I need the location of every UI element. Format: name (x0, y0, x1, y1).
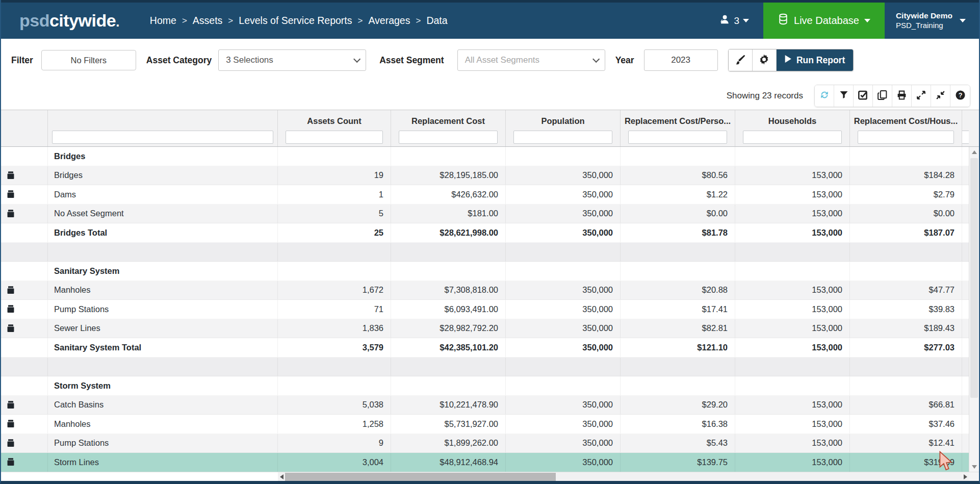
table-row-data-no-asset-segment[interactable]: No Asset Segment5$181.00350,000$0.00153,… (1, 205, 969, 224)
cell-rc_household: $187.07 (850, 223, 962, 242)
households-filter-input[interactable] (743, 131, 842, 144)
clipped-cell (962, 376, 969, 395)
cell-households (735, 147, 850, 166)
asset-box-icon[interactable] (1, 396, 48, 415)
table-row-group-bridges[interactable]: Bridges (1, 147, 969, 166)
vertical-scrollbar-thumb[interactable] (970, 158, 978, 398)
name-filter-input[interactable] (52, 131, 273, 144)
table-header-labels: Assets CountReplacement CostPopulationRe… (1, 110, 969, 128)
cell-population (506, 243, 621, 262)
asset-segment-select[interactable]: All Asset Segments (457, 49, 605, 71)
column-header-households[interactable]: Households (735, 110, 850, 128)
cell-assets_count: 1,672 (278, 281, 391, 300)
clipped-cell (962, 262, 969, 281)
run-report-button[interactable]: Run Report (777, 49, 853, 71)
row-name: Manholes (48, 415, 278, 434)
table-header-filters (1, 128, 969, 146)
column-header-replacement_cost[interactable]: Replacement Cost (391, 110, 506, 128)
expand-button[interactable] (912, 85, 931, 107)
assets_count-filter-input[interactable] (286, 131, 383, 144)
table-toolbar: ? (814, 85, 970, 107)
table-row-group-storm-system[interactable]: Storm System (1, 376, 969, 396)
table-row-data-manholes[interactable]: Manholes1,258$5,731,927.00350,000$16.381… (1, 415, 969, 434)
asset-box-icon[interactable] (1, 205, 48, 223)
row-name: Dams (48, 185, 278, 204)
asset-segment-label: Asset Segment (379, 55, 444, 66)
asset-category-select[interactable]: 3 Selections (218, 49, 366, 71)
table-row-data-bridges[interactable]: Bridges19$28,195,185.00350,000$80.56153,… (1, 166, 969, 186)
cell-rc_person: $139.75 (621, 453, 735, 472)
filter-button[interactable] (834, 85, 854, 107)
clipped-filter-input[interactable] (962, 131, 969, 144)
cell-replacement_cost (391, 262, 506, 281)
year-input[interactable] (644, 49, 718, 71)
breadcrumb-item-averages[interactable]: Averages (368, 15, 410, 27)
asset-box-icon[interactable] (1, 281, 48, 300)
cell-rc_person (621, 376, 735, 395)
breadcrumb-item-data[interactable]: Data (426, 15, 447, 27)
asset-box-icon[interactable] (1, 319, 48, 338)
asset-box-icon[interactable] (1, 166, 48, 185)
scroll-right-arrow[interactable] (962, 472, 969, 481)
table-row-data-pump-stations[interactable]: Pump Stations71$6,093,491.00350,000$17.4… (1, 300, 969, 319)
filter-cell-rc_person (621, 128, 735, 146)
population-filter-input[interactable] (513, 131, 612, 144)
help-button[interactable]: ? (950, 85, 970, 107)
horizontal-scrollbar-thumb[interactable] (285, 473, 556, 481)
table-row-data-catch-basins[interactable]: Catch Basins5,038$10,221,478.90350,000$2… (1, 396, 969, 415)
table-row-data-manholes[interactable]: Manholes1,672$7,308,818.00350,000$20.881… (1, 281, 969, 300)
collapse-button[interactable] (931, 85, 950, 107)
cell-population: 350,000 (506, 434, 621, 453)
copy-button[interactable] (873, 85, 892, 107)
table-row-total-sanitary-system-total[interactable]: Sanitary System Total3,579$42,385,101.20… (1, 338, 969, 358)
filter-cell-population (506, 128, 621, 146)
breadcrumb-item-home[interactable]: Home (150, 15, 176, 27)
cell-rc_household (850, 147, 962, 166)
column-header-assets_count[interactable]: Assets Count (278, 110, 391, 128)
rc_household-filter-input[interactable] (858, 131, 954, 144)
scroll-left-arrow[interactable] (278, 472, 285, 481)
scroll-down-arrow[interactable] (969, 462, 979, 472)
table-row-data-sewer-lines[interactable]: Sewer Lines1,836$28,982,792.20350,000$82… (1, 319, 969, 339)
clipped-cell (962, 243, 969, 262)
filter-icon (839, 90, 849, 101)
table-row-total-bridges-total[interactable]: Bridges Total25$28,621,998.00350,000$81.… (1, 223, 969, 243)
clipped-cell (962, 396, 969, 415)
column-header-rc_person[interactable]: Replacement Cost/Perso... (621, 110, 735, 128)
column-header-rc_household[interactable]: Replacement Cost/Hous... (850, 110, 962, 128)
style-brush-button[interactable] (729, 49, 753, 71)
cell-households: 153,000 (735, 396, 850, 415)
print-button[interactable] (892, 85, 912, 107)
user-menu[interactable]: 3 (719, 14, 749, 28)
clipped-cell (962, 300, 969, 319)
table-row-data-storm-lines[interactable]: Storm Lines3,004$48,912,468.94350,000$13… (1, 453, 969, 472)
table-row-data-dams[interactable]: Dams1$426,632.00350,000$1.22153,000$2.79 (1, 185, 969, 205)
asset-box-icon[interactable] (1, 300, 48, 319)
account-menu[interactable]: Citywide Demo PSD_Training (885, 3, 979, 39)
cell-replacement_cost: $181.00 (391, 205, 506, 223)
cell-households: 153,000 (735, 166, 850, 185)
vertical-scrollbar[interactable] (969, 147, 979, 472)
asset-box-icon[interactable] (1, 185, 48, 204)
breadcrumb-item-assets[interactable]: Assets (193, 15, 223, 27)
rc_person-filter-input[interactable] (628, 131, 727, 144)
live-database-button[interactable]: Live Database (763, 3, 885, 39)
live-database-label: Live Database (794, 15, 859, 27)
settings-gear-button[interactable] (753, 49, 777, 71)
table-row-data-pump-stations[interactable]: Pump Stations9$1,899,262.00350,000$5.431… (1, 434, 969, 453)
select-check-button[interactable] (854, 85, 873, 107)
asset-box-icon[interactable] (1, 434, 48, 453)
scroll-up-arrow[interactable] (969, 147, 979, 157)
table-header: Assets CountReplacement CostPopulationRe… (1, 110, 979, 147)
asset-box-icon[interactable] (1, 415, 48, 434)
asset-box-icon[interactable] (1, 453, 48, 472)
breadcrumb-item-levels-of-service-reports[interactable]: Levels of Service Reports (239, 15, 352, 27)
horizontal-scrollbar[interactable] (278, 472, 969, 481)
row-name: Sanitary System (48, 262, 278, 281)
replacement_cost-filter-input[interactable] (399, 131, 498, 144)
refresh-button[interactable] (815, 85, 834, 107)
no-filters-button[interactable]: No Filters (41, 50, 136, 70)
column-header-population[interactable]: Population (506, 110, 621, 128)
table-row-group-sanitary-system[interactable]: Sanitary System (1, 262, 969, 281)
cell-assets_count (278, 147, 391, 166)
